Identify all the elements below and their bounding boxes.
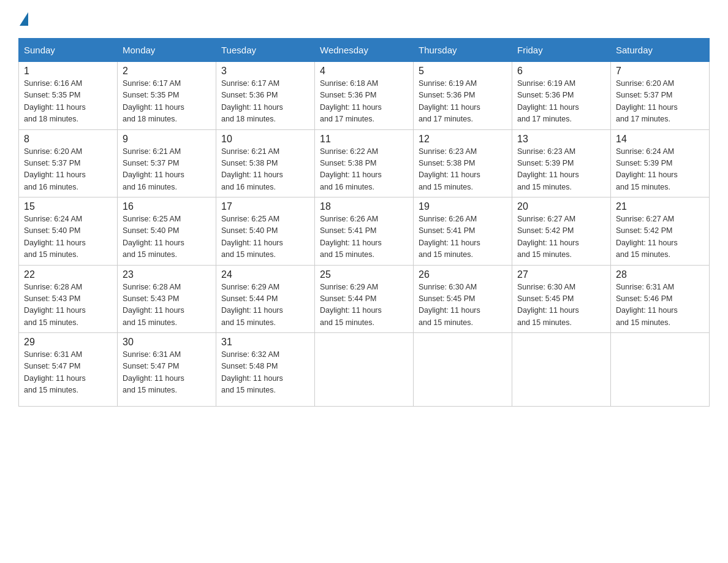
day-number: 4 [320, 66, 408, 77]
day-info: Sunrise: 6:26 AMSunset: 5:41 PMDaylight:… [419, 215, 480, 259]
calendar-cell: 30 Sunrise: 6:31 AMSunset: 5:47 PMDaylig… [118, 333, 216, 407]
calendar-cell: 16 Sunrise: 6:25 AMSunset: 5:40 PMDaylig… [118, 197, 216, 266]
day-number: 30 [123, 337, 211, 348]
calendar-cell [315, 333, 414, 407]
day-number: 8 [24, 134, 112, 145]
calendar-cell: 24 Sunrise: 6:29 AMSunset: 5:44 PMDaylig… [216, 265, 315, 333]
calendar-week-2: 8 Sunrise: 6:20 AMSunset: 5:37 PMDayligh… [19, 129, 710, 197]
calendar-cell: 7 Sunrise: 6:20 AMSunset: 5:37 PMDayligh… [611, 62, 710, 130]
calendar-cell: 28 Sunrise: 6:31 AMSunset: 5:46 PMDaylig… [611, 265, 710, 333]
day-info: Sunrise: 6:25 AMSunset: 5:40 PMDaylight:… [221, 215, 283, 259]
day-number: 19 [419, 201, 507, 212]
day-header-thursday: Thursday [414, 39, 512, 62]
day-info: Sunrise: 6:21 AMSunset: 5:38 PMDaylight:… [221, 147, 283, 191]
calendar-cell: 10 Sunrise: 6:21 AMSunset: 5:38 PMDaylig… [216, 129, 315, 197]
calendar-cell [611, 333, 710, 407]
calendar-week-1: 1 Sunrise: 6:16 AMSunset: 5:35 PMDayligh… [19, 62, 710, 130]
calendar-cell: 19 Sunrise: 6:26 AMSunset: 5:41 PMDaylig… [414, 197, 512, 266]
calendar-week-4: 22 Sunrise: 6:28 AMSunset: 5:43 PMDaylig… [19, 265, 710, 333]
day-info: Sunrise: 6:24 AMSunset: 5:40 PMDaylight:… [24, 215, 86, 259]
day-info: Sunrise: 6:23 AMSunset: 5:38 PMDaylight:… [419, 147, 480, 191]
day-number: 14 [616, 134, 704, 145]
calendar-cell: 26 Sunrise: 6:30 AMSunset: 5:45 PMDaylig… [414, 265, 512, 333]
calendar-table: SundayMondayTuesdayWednesdayThursdayFrid… [18, 38, 710, 407]
day-header-wednesday: Wednesday [315, 39, 414, 62]
day-info: Sunrise: 6:25 AMSunset: 5:40 PMDaylight:… [123, 215, 184, 259]
day-number: 23 [123, 269, 211, 280]
day-info: Sunrise: 6:28 AMSunset: 5:43 PMDaylight:… [123, 283, 184, 327]
calendar-cell: 18 Sunrise: 6:26 AMSunset: 5:41 PMDaylig… [315, 197, 414, 266]
calendar-cell [512, 333, 611, 407]
day-info: Sunrise: 6:19 AMSunset: 5:36 PMDaylight:… [419, 79, 480, 123]
day-info: Sunrise: 6:32 AMSunset: 5:48 PMDaylight:… [221, 350, 283, 394]
calendar-cell: 29 Sunrise: 6:31 AMSunset: 5:47 PMDaylig… [19, 333, 118, 407]
day-number: 12 [419, 134, 507, 145]
day-number: 28 [616, 269, 704, 280]
calendar-header-row: SundayMondayTuesdayWednesdayThursdayFrid… [19, 39, 710, 62]
day-info: Sunrise: 6:26 AMSunset: 5:41 PMDaylight:… [320, 215, 382, 259]
calendar-cell: 21 Sunrise: 6:27 AMSunset: 5:42 PMDaylig… [611, 197, 710, 266]
calendar-week-5: 29 Sunrise: 6:31 AMSunset: 5:47 PMDaylig… [19, 333, 710, 407]
day-info: Sunrise: 6:24 AMSunset: 5:39 PMDaylight:… [616, 147, 678, 191]
calendar-cell: 27 Sunrise: 6:30 AMSunset: 5:45 PMDaylig… [512, 265, 611, 333]
day-info: Sunrise: 6:28 AMSunset: 5:43 PMDaylight:… [24, 283, 86, 327]
calendar-cell: 15 Sunrise: 6:24 AMSunset: 5:40 PMDaylig… [19, 197, 118, 266]
day-number: 31 [221, 337, 309, 348]
calendar-cell: 14 Sunrise: 6:24 AMSunset: 5:39 PMDaylig… [611, 129, 710, 197]
day-number: 24 [221, 269, 309, 280]
day-number: 17 [221, 201, 309, 212]
day-info: Sunrise: 6:18 AMSunset: 5:36 PMDaylight:… [320, 79, 382, 123]
day-number: 5 [419, 66, 507, 77]
day-header-friday: Friday [512, 39, 611, 62]
calendar-cell: 12 Sunrise: 6:23 AMSunset: 5:38 PMDaylig… [414, 129, 512, 197]
calendar-cell: 20 Sunrise: 6:27 AMSunset: 5:42 PMDaylig… [512, 197, 611, 266]
day-number: 9 [123, 134, 211, 145]
day-header-monday: Monday [118, 39, 216, 62]
day-info: Sunrise: 6:17 AMSunset: 5:36 PMDaylight:… [221, 79, 283, 123]
day-header-saturday: Saturday [611, 39, 710, 62]
day-info: Sunrise: 6:19 AMSunset: 5:36 PMDaylight:… [517, 79, 579, 123]
day-number: 1 [24, 66, 112, 77]
page-header [18, 12, 710, 26]
day-header-sunday: Sunday [19, 39, 118, 62]
day-info: Sunrise: 6:20 AMSunset: 5:37 PMDaylight:… [24, 147, 86, 191]
day-number: 22 [24, 269, 112, 280]
calendar-cell: 5 Sunrise: 6:19 AMSunset: 5:36 PMDayligh… [414, 62, 512, 130]
calendar-cell: 3 Sunrise: 6:17 AMSunset: 5:36 PMDayligh… [216, 62, 315, 130]
day-info: Sunrise: 6:31 AMSunset: 5:47 PMDaylight:… [24, 350, 86, 394]
calendar-cell: 17 Sunrise: 6:25 AMSunset: 5:40 PMDaylig… [216, 197, 315, 266]
calendar-week-3: 15 Sunrise: 6:24 AMSunset: 5:40 PMDaylig… [19, 197, 710, 266]
logo-text [18, 12, 29, 26]
day-info: Sunrise: 6:30 AMSunset: 5:45 PMDaylight:… [517, 283, 579, 327]
day-number: 10 [221, 134, 309, 145]
day-number: 18 [320, 201, 408, 212]
calendar-cell: 2 Sunrise: 6:17 AMSunset: 5:35 PMDayligh… [118, 62, 216, 130]
day-info: Sunrise: 6:29 AMSunset: 5:44 PMDaylight:… [320, 283, 382, 327]
day-info: Sunrise: 6:16 AMSunset: 5:35 PMDaylight:… [24, 79, 86, 123]
calendar-cell: 31 Sunrise: 6:32 AMSunset: 5:48 PMDaylig… [216, 333, 315, 407]
day-number: 21 [616, 201, 704, 212]
calendar-cell: 6 Sunrise: 6:19 AMSunset: 5:36 PMDayligh… [512, 62, 611, 130]
day-info: Sunrise: 6:23 AMSunset: 5:39 PMDaylight:… [517, 147, 579, 191]
day-number: 7 [616, 66, 704, 77]
day-number: 27 [517, 269, 605, 280]
day-number: 13 [517, 134, 605, 145]
day-info: Sunrise: 6:31 AMSunset: 5:47 PMDaylight:… [123, 350, 184, 394]
day-info: Sunrise: 6:20 AMSunset: 5:37 PMDaylight:… [616, 79, 678, 123]
logo-triangle-icon [20, 12, 28, 26]
calendar-cell: 23 Sunrise: 6:28 AMSunset: 5:43 PMDaylig… [118, 265, 216, 333]
calendar-cell: 1 Sunrise: 6:16 AMSunset: 5:35 PMDayligh… [19, 62, 118, 130]
day-info: Sunrise: 6:29 AMSunset: 5:44 PMDaylight:… [221, 283, 283, 327]
calendar-cell: 9 Sunrise: 6:21 AMSunset: 5:37 PMDayligh… [118, 129, 216, 197]
day-info: Sunrise: 6:27 AMSunset: 5:42 PMDaylight:… [517, 215, 579, 259]
day-number: 11 [320, 134, 408, 145]
calendar-cell: 11 Sunrise: 6:22 AMSunset: 5:38 PMDaylig… [315, 129, 414, 197]
day-number: 25 [320, 269, 408, 280]
day-info: Sunrise: 6:17 AMSunset: 5:35 PMDaylight:… [123, 79, 184, 123]
day-number: 20 [517, 201, 605, 212]
day-info: Sunrise: 6:31 AMSunset: 5:46 PMDaylight:… [616, 283, 678, 327]
day-number: 26 [419, 269, 507, 280]
day-number: 3 [221, 66, 309, 77]
day-info: Sunrise: 6:21 AMSunset: 5:37 PMDaylight:… [123, 147, 184, 191]
calendar-cell: 4 Sunrise: 6:18 AMSunset: 5:36 PMDayligh… [315, 62, 414, 130]
